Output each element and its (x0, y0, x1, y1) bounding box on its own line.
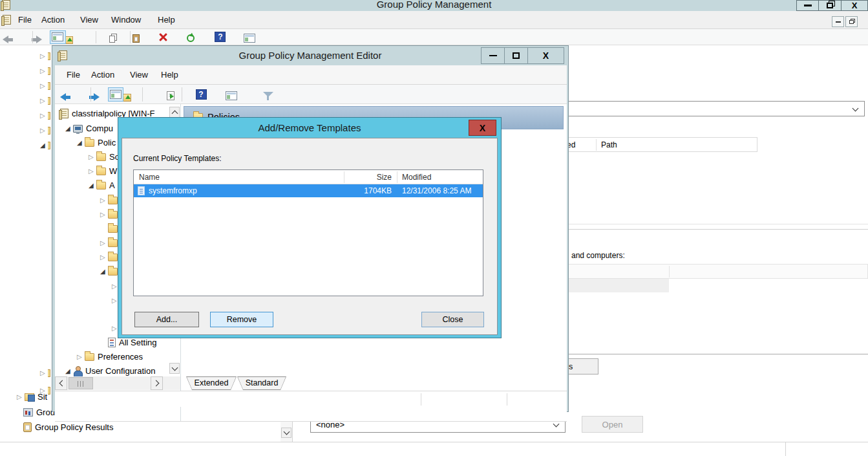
mdi-restore-button[interactable] (845, 16, 858, 27)
new-window-icon[interactable] (244, 34, 255, 43)
tree-item-sites[interactable]: ▷Sit (17, 391, 47, 402)
gpm-minimize-button[interactable] (796, 0, 819, 11)
tree-item[interactable]: ▷ (40, 110, 50, 121)
chevron-right-icon[interactable]: ▷ (40, 97, 48, 105)
column-divider[interactable] (669, 266, 670, 277)
chevron-right-icon[interactable]: ▷ (40, 127, 48, 135)
chevron-right-icon[interactable]: ▷ (40, 369, 48, 377)
help-icon[interactable] (215, 32, 226, 42)
chevron-right-icon[interactable]: ▷ (100, 197, 108, 204)
gpm-menu-help[interactable]: Help (155, 11, 178, 28)
gpme-titlebar[interactable]: Group Policy Management Editor X (52, 46, 568, 65)
tree-item-folder[interactable]: ◢ (100, 266, 118, 277)
delete-icon[interactable] (158, 32, 168, 42)
tree-item-administrative-templates[interactable]: ◢A (89, 180, 115, 191)
tree-item[interactable]: ▷ (40, 80, 50, 91)
chevron-right-icon[interactable]: ▷ (40, 82, 48, 90)
chevron-right-icon[interactable]: ▷ (40, 112, 48, 120)
tree-item-folder[interactable]: ▷ (100, 209, 118, 220)
tree-item-policies[interactable]: ◢Polic (77, 137, 116, 148)
export-list-icon[interactable] (167, 91, 175, 100)
tree-item-folder[interactable]: ▷ (100, 237, 118, 248)
dialog-titlebar[interactable]: Add/Remove Templates X (118, 118, 501, 138)
scroll-up-button[interactable] (169, 107, 180, 118)
console-tree-toggle[interactable] (50, 30, 66, 44)
gpm-close-button[interactable]: X (841, 0, 868, 11)
gpm-maximize-button[interactable] (818, 0, 842, 11)
templates-listview[interactable]: Name Size Modified systemfromxp 1704KB 1… (133, 169, 483, 296)
tree-item[interactable]: ▷ (40, 367, 50, 378)
scroll-left-button[interactable] (55, 376, 67, 390)
gpme-maximize-button[interactable] (504, 47, 528, 64)
column-divider[interactable] (596, 139, 597, 151)
column-header-size[interactable]: Size (344, 173, 392, 182)
close-button[interactable]: Close (421, 312, 484, 327)
chevron-expanded-icon[interactable]: ◢ (65, 367, 73, 375)
paste-icon[interactable] (132, 34, 140, 43)
chevron-right-icon[interactable]: ▷ (17, 393, 25, 401)
scroll-down-button[interactable] (169, 363, 180, 374)
scroll-down-button[interactable] (281, 428, 291, 438)
tree-item[interactable]: ▷ (40, 50, 50, 61)
chevron-right-icon[interactable]: ▷ (89, 168, 96, 175)
gpme-menu-help[interactable]: Help (158, 65, 181, 84)
chevron-right-icon[interactable]: ▷ (40, 67, 48, 75)
tree-item-gp-results[interactable]: Group Policy Results (23, 422, 113, 433)
filter-icon[interactable] (263, 91, 273, 100)
tab-extended[interactable]: Extended (186, 376, 237, 390)
chevron-right-icon[interactable]: ▷ (100, 239, 108, 247)
add-button[interactable]: Add... (134, 312, 199, 327)
tree-item[interactable]: ▷ (40, 65, 50, 76)
back-icon[interactable] (3, 36, 14, 43)
tree-item-software-settings[interactable]: ▷So (89, 151, 120, 162)
chevron-expanded-icon[interactable]: ◢ (89, 182, 96, 190)
chevron-right-icon[interactable]: ▷ (100, 211, 108, 219)
console-tree-toggle[interactable] (108, 87, 123, 102)
gpme-minimize-button[interactable] (481, 47, 505, 64)
gpm-menu-file[interactable]: File (16, 11, 34, 28)
open-button[interactable]: Open (582, 416, 643, 433)
refresh-icon[interactable] (187, 34, 195, 42)
tree-item[interactable]: ▷ (40, 125, 50, 136)
gpme-menu-file[interactable]: File (64, 65, 83, 84)
tab-standard[interactable]: Standard (237, 376, 286, 390)
tree-item-preferences[interactable]: ▷Preferences (77, 351, 143, 362)
gpme-menu-view[interactable]: View (127, 65, 151, 84)
help-icon[interactable] (196, 89, 207, 100)
gpme-close-button[interactable]: X (527, 47, 564, 64)
column-header-name[interactable]: Name (139, 173, 160, 182)
gpm-menu-action[interactable]: Action (39, 11, 67, 28)
chevron-right-icon[interactable]: ▷ (40, 52, 48, 60)
column-divider[interactable] (397, 171, 397, 183)
chevron-right-icon[interactable]: ▷ (77, 353, 85, 361)
chevron-expanded-icon[interactable]: ◢ (100, 268, 108, 276)
gpme-menu-action[interactable]: Action (89, 65, 117, 84)
properties-button-partial[interactable]: s (566, 358, 598, 375)
tree-item-folder[interactable]: ▷ (100, 252, 118, 263)
tree-item-all-settings[interactable]: All Setting (108, 337, 157, 348)
dialog-close-button[interactable]: X (469, 120, 496, 136)
template-row-selected[interactable]: systemfromxp 1704KB 12/31/2006 8:25 AM (134, 184, 483, 197)
gpm-menu-window[interactable]: Window (109, 11, 143, 28)
back-icon[interactable] (60, 93, 71, 101)
scrollbar-thumb[interactable] (69, 377, 93, 389)
gpm-menu-view[interactable]: View (78, 11, 101, 28)
tree-item-windows-settings[interactable]: ▷W (89, 166, 117, 177)
chevron-right-icon[interactable]: ▷ (89, 153, 96, 161)
column-header-path[interactable]: Path (601, 140, 617, 149)
chevron-expanded-icon[interactable]: ◢ (65, 125, 73, 133)
remove-button[interactable]: Remove (210, 312, 273, 327)
gpme-h-scrollbar[interactable] (55, 376, 180, 390)
chevron-expanded-icon[interactable]: ◢ (77, 139, 85, 147)
tree-item[interactable]: ◢ (40, 140, 50, 151)
mdi-minimize-button[interactable] (832, 16, 844, 27)
tree-item-folder[interactable] (108, 223, 118, 234)
tree-item[interactable]: ▷ (40, 95, 50, 106)
new-window-icon[interactable] (226, 91, 237, 100)
tree-item-folder[interactable]: ▷ (100, 195, 118, 206)
tree-item-computer-configuration[interactable]: ◢Compu (65, 123, 113, 134)
copy-icon[interactable] (109, 36, 115, 43)
chevron-right-icon[interactable]: ▷ (100, 254, 108, 261)
tree-item-user-configuration[interactable]: ◢User Configuration (65, 365, 155, 376)
chevron-expanded-icon[interactable]: ◢ (40, 142, 48, 149)
